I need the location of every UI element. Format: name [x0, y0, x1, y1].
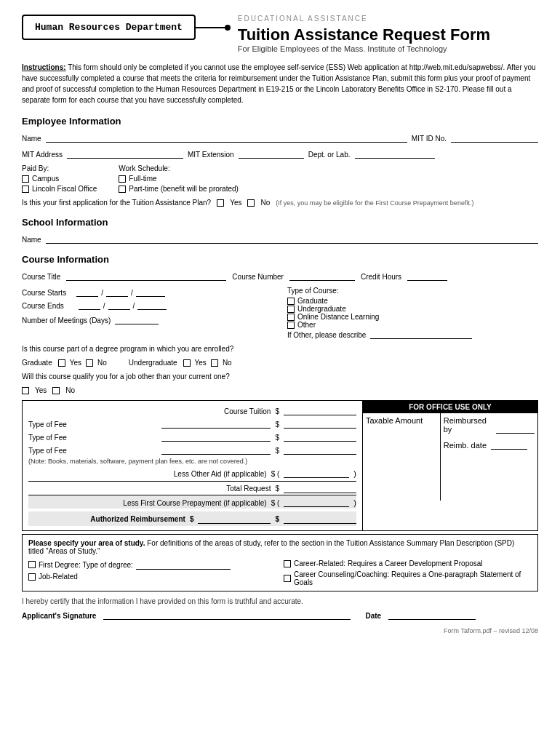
study-bold-intro: Please specify your area of study.: [28, 539, 145, 547]
fee-type-2-amount-field[interactable]: [284, 431, 356, 442]
course-title-field[interactable]: [66, 271, 226, 281]
reimb-date-label: Reimb. date: [444, 441, 487, 450]
instructions-block: Instructions: This form should only be c…: [22, 62, 538, 105]
auth-reimb-field2[interactable]: [284, 514, 356, 524]
school-name-row: Name: [22, 234, 538, 244]
course-dates: Course Starts / / Course Ends / /: [22, 287, 273, 310]
fee-type-2-name-field[interactable]: [161, 431, 271, 442]
job-yes-checkbox[interactable]: [22, 387, 29, 394]
fulltime-checkbox-row: Full-time: [119, 175, 239, 183]
grad-no-checkbox[interactable]: [86, 359, 93, 367]
course-number-field[interactable]: [289, 271, 355, 281]
undergrad-yes-checkbox[interactable]: [183, 359, 191, 367]
extension-field[interactable]: [239, 148, 304, 159]
undergrad-no-checkbox[interactable]: [211, 359, 218, 367]
connector-line: [196, 27, 225, 28]
study-title: Please specify your area of study. For d…: [28, 539, 532, 555]
lincoln-checkbox[interactable]: [22, 186, 29, 193]
parttime-checkbox[interactable]: [119, 186, 126, 193]
fee-type-1-amount-field[interactable]: [284, 418, 356, 429]
starts-year[interactable]: [136, 287, 165, 297]
fee-type-3-amount-field[interactable]: [284, 445, 356, 455]
auth-reimb-field[interactable]: [198, 514, 271, 524]
instructions-label: Instructions:: [22, 63, 66, 71]
school-section-title: School Information: [22, 217, 538, 228]
dept-field[interactable]: [355, 148, 435, 159]
graduate-checkbox[interactable]: [287, 298, 295, 305]
first-app-yes-label: Yes: [230, 199, 241, 207]
study-col-left: First Degree: Type of degree: Job-Relate…: [28, 559, 276, 586]
fee3-dollar: $: [275, 447, 279, 455]
mit-id-field[interactable]: [451, 132, 538, 143]
undergrad-yes-no: Yes No: [183, 359, 232, 367]
header-title-area: EDUCATIONAL ASSISTANCE Tuition Assistanc…: [238, 15, 538, 53]
date-field[interactable]: [388, 610, 476, 620]
job-no-label: No: [65, 386, 75, 394]
job-question-row: Will this course qualify you for a job o…: [22, 372, 538, 381]
type-label: Type of Course:: [287, 287, 538, 295]
meetings-field[interactable]: [115, 314, 159, 324]
job-related-checkbox[interactable]: [28, 573, 36, 581]
certify-text: I hereby certify that the information I …: [22, 597, 538, 605]
tuition-dollar: $: [275, 407, 279, 415]
online-checkbox[interactable]: [287, 314, 295, 321]
campus-checkbox[interactable]: [22, 175, 29, 183]
degree-question: Is this course part of a degree program …: [22, 345, 233, 353]
total-request-field[interactable]: [284, 483, 356, 493]
fulltime-checkbox[interactable]: [119, 175, 126, 183]
school-name-field[interactable]: [46, 234, 538, 244]
auth-dollar: $: [190, 515, 194, 523]
first-app-yes-checkbox[interactable]: [217, 199, 224, 207]
fee2-dollar: $: [275, 434, 279, 442]
prepay-close-paren: ): [353, 498, 356, 507]
ends-day[interactable]: [108, 300, 130, 310]
starts-day[interactable]: [106, 287, 128, 297]
signature-field[interactable]: [103, 610, 351, 620]
grad-yes-checkbox[interactable]: [58, 359, 65, 367]
reimb-date-row: Reimb. date: [444, 439, 535, 450]
first-app-no-checkbox[interactable]: [247, 199, 255, 207]
less-prepay-field[interactable]: [284, 497, 349, 507]
job-no-checkbox[interactable]: [52, 387, 60, 394]
if-other-field[interactable]: [370, 329, 472, 339]
left-fees-section: Course Tuition $ Type of Fee $ Type of F…: [23, 401, 363, 530]
undergrad-degree-col: Undergraduate Yes No: [129, 359, 232, 367]
tuition-field[interactable]: [284, 405, 356, 415]
address-field[interactable]: [67, 148, 183, 159]
less-other-aid-field[interactable]: [284, 468, 349, 478]
name-field[interactable]: [46, 132, 407, 143]
undergrad-checkbox[interactable]: [287, 306, 295, 313]
meetings-label: Number of Meetings (Days): [22, 316, 111, 324]
instructions-text: This form should only be completed if yo…: [22, 63, 536, 104]
credit-hours-field[interactable]: [407, 271, 447, 281]
counseling-checkbox[interactable]: [284, 575, 291, 582]
reimb-date-field[interactable]: [491, 439, 527, 450]
grad-degree-label: Graduate: [22, 359, 52, 367]
aid-dollar: $ (: [271, 470, 280, 478]
fee-type-3-row: Type of Fee $: [28, 445, 356, 455]
extension-label: MIT Extension: [188, 151, 234, 159]
first-degree-field[interactable]: [136, 559, 231, 570]
office-use-section: FOR OFFICE USE ONLY Taxable Amount Reimb…: [363, 401, 537, 530]
graduate-checkbox-row: Graduate: [287, 297, 538, 305]
other-checkbox[interactable]: [287, 322, 295, 329]
office-body: Taxable Amount Reimbursed by Reimb. date: [363, 413, 537, 501]
fee-office-table: Course Tuition $ Type of Fee $ Type of F…: [22, 400, 538, 531]
first-app-note: (If yes, you may be eligible for the Fir…: [276, 199, 473, 207]
ends-month[interactable]: [79, 300, 100, 310]
fee-type-3-name-field[interactable]: [161, 445, 271, 455]
paid-by-row: Paid By: Campus Lincoln Fiscal Office Wo…: [22, 164, 538, 193]
reimbursed-by-field[interactable]: [496, 423, 535, 434]
starts-month[interactable]: [76, 287, 98, 297]
fee-type-2-row: Type of Fee $: [28, 431, 356, 442]
first-app-no-label: No: [260, 199, 270, 207]
auth-dollar2: $: [275, 515, 279, 523]
career-related-checkbox[interactable]: [284, 560, 291, 567]
fee-type-1-name-field[interactable]: [161, 418, 271, 429]
ends-year[interactable]: [137, 300, 167, 310]
hr-dept-label: Human Resources Department: [35, 22, 183, 33]
course-left: Course Starts / / Course Ends / / Number…: [22, 287, 273, 345]
less-other-aid-row: Less Other Aid (if applicable) $ ( ): [28, 468, 356, 478]
address-row: MIT Address MIT Extension Dept. or Lab.: [22, 148, 538, 159]
first-degree-checkbox[interactable]: [28, 561, 36, 568]
